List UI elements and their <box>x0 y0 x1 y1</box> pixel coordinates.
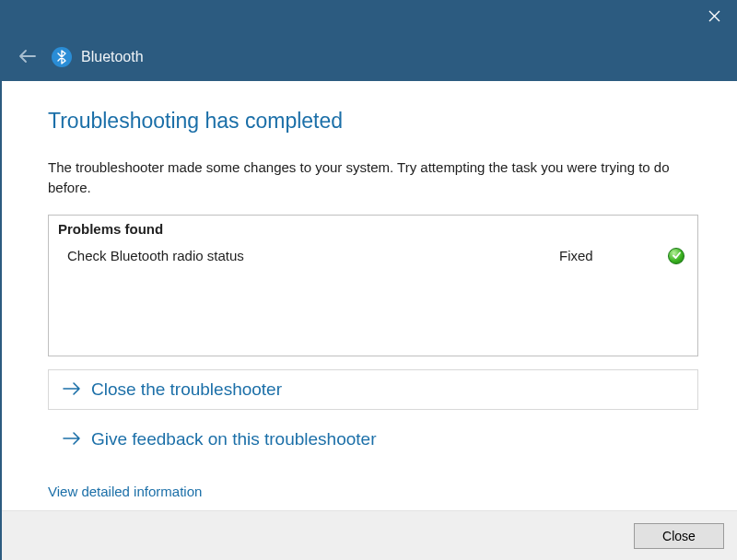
header-title-group: Bluetooth <box>52 47 144 67</box>
page-title: Troubleshooting has completed <box>48 109 698 134</box>
back-arrow-icon[interactable] <box>18 48 37 66</box>
content-area: Troubleshooting has completed The troubl… <box>2 81 737 510</box>
arrow-right-icon <box>62 430 82 449</box>
close-troubleshooter-label: Close the troubleshooter <box>91 379 282 400</box>
troubleshooter-window: Bluetooth Troubleshooting has completed … <box>0 0 737 560</box>
close-button[interactable]: Close <box>634 523 724 549</box>
view-detailed-info-link[interactable]: View detailed information <box>48 484 202 499</box>
arrow-right-icon <box>62 380 82 399</box>
problem-row: Check Bluetooth radio status Fixed <box>49 240 697 272</box>
header-strip: Bluetooth <box>2 33 737 81</box>
give-feedback-label: Give feedback on this troubleshooter <box>91 429 376 449</box>
close-troubleshooter-option[interactable]: Close the troubleshooter <box>48 369 698 410</box>
bluetooth-icon <box>52 47 72 67</box>
problem-status-icon-wrap <box>661 248 684 264</box>
problems-panel: Problems found Check Bluetooth radio sta… <box>48 215 698 356</box>
close-icon[interactable] <box>708 10 720 24</box>
problems-header: Problems found <box>49 216 697 240</box>
give-feedback-option[interactable]: Give feedback on this troubleshooter <box>48 419 698 460</box>
footer: Close <box>2 510 737 560</box>
check-icon <box>668 248 684 264</box>
problem-status: Fixed <box>559 248 661 263</box>
problem-name: Check Bluetooth radio status <box>67 248 559 263</box>
header-title: Bluetooth <box>81 49 144 65</box>
description-text: The troubleshooter made some changes to … <box>48 158 698 198</box>
titlebar <box>2 0 737 33</box>
